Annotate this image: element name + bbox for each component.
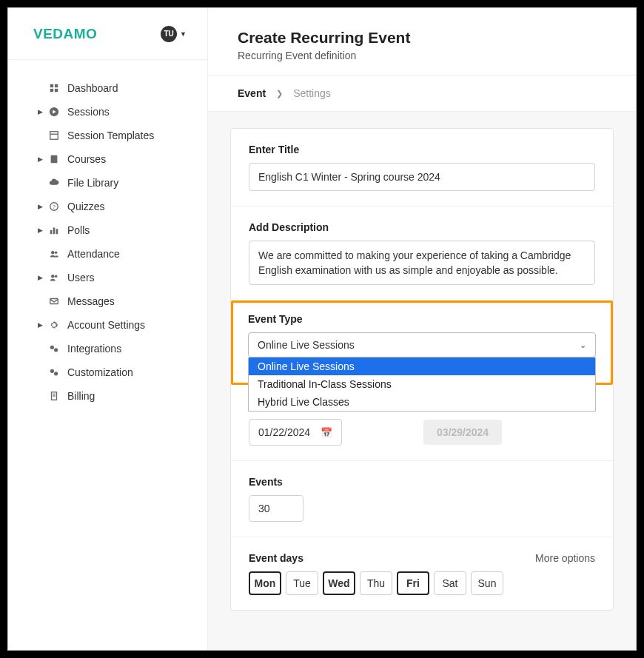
sidebar-item-quizzes[interactable]: ▶ ? Quizzes <box>8 195 207 218</box>
svg-rect-6 <box>50 132 58 140</box>
breadcrumb-step-event[interactable]: Event <box>238 87 266 99</box>
book-icon <box>48 153 60 165</box>
day-buttons: Mon Tue Wed Thu Fri Sat Sun <box>249 571 595 595</box>
sidebar-item-attendance[interactable]: Attendance <box>8 242 207 266</box>
app-frame: VEDAMO TU ▼ Dashboard ▶ Sessions Session… <box>7 7 637 651</box>
sidebar-item-integrations[interactable]: Integrations <box>8 337 207 360</box>
svg-point-17 <box>55 275 58 278</box>
svg-rect-13 <box>56 229 58 234</box>
svg-rect-0 <box>50 84 53 87</box>
sidebar-item-polls[interactable]: ▶ Polls <box>8 218 207 242</box>
nav: Dashboard ▶ Sessions Session Templates ▶… <box>8 60 207 424</box>
sidebar-top: VEDAMO TU ▼ <box>8 8 207 60</box>
day-btn-tue[interactable]: Tue <box>286 571 318 595</box>
sidebar-item-file-library[interactable]: File Library <box>8 171 207 195</box>
dropdown-option-traditional[interactable]: Traditional In-Class Sessions <box>249 375 595 393</box>
highlight-box: Event Type Online Live Sessions ⌄ Online… <box>231 301 613 385</box>
svg-rect-8 <box>51 155 58 164</box>
sidebar-item-label: Billing <box>67 390 95 402</box>
sidebar-item-dashboard[interactable]: Dashboard <box>8 76 207 100</box>
page-subtitle: Recurring Event definition <box>238 50 606 61</box>
sidebar-item-label: Session Templates <box>67 130 154 141</box>
user-menu[interactable]: TU ▼ <box>161 26 187 42</box>
svg-rect-18 <box>50 299 58 304</box>
svg-rect-3 <box>55 89 58 92</box>
sidebar-item-label: Dashboard <box>67 82 118 94</box>
title-section: Enter Title <box>231 129 613 207</box>
start-date-value: 01/22/2024 <box>258 426 310 438</box>
svg-point-19 <box>50 346 54 349</box>
breadcrumb-step-settings: Settings <box>293 87 331 99</box>
day-btn-wed[interactable]: Wed <box>323 571 355 595</box>
template-icon <box>48 130 60 141</box>
sidebar-item-courses[interactable]: ▶ Courses <box>8 147 207 171</box>
event-type-select[interactable]: Online Live Sessions ⌄ Online Live Sessi… <box>248 332 596 357</box>
events-count-input[interactable] <box>249 495 303 522</box>
svg-point-20 <box>54 348 58 352</box>
events-count-section: Events <box>231 461 613 537</box>
form-card: Enter Title Add Description We are commi… <box>230 128 614 611</box>
sidebar-item-billing[interactable]: Billing <box>8 384 207 408</box>
dashboard-icon <box>48 82 60 94</box>
sidebar-item-users[interactable]: ▶ Users <box>8 266 207 289</box>
sidebar-item-customization[interactable]: Customization <box>8 360 207 384</box>
main: Create Recurring Event Recurring Event d… <box>208 8 636 650</box>
chevron-right-icon: ▶ <box>38 274 43 281</box>
svg-text:?: ? <box>53 204 56 209</box>
events-label: Events <box>249 476 595 488</box>
calendar-icon: 📅 <box>321 427 332 438</box>
content-area: Enter Title Add Description We are commi… <box>208 112 636 650</box>
sidebar-item-account-settings[interactable]: ▶ Account Settings <box>8 313 207 337</box>
receipt-icon <box>48 390 60 402</box>
more-options-link[interactable]: More options <box>535 552 595 564</box>
sidebar-item-label: File Library <box>67 177 118 189</box>
sidebar-item-label: Quizzes <box>67 201 105 212</box>
chevron-right-icon: ▶ <box>38 155 43 163</box>
chevron-right-icon: ❯ <box>276 89 283 98</box>
dropdown-option-online[interactable]: Online Live Sessions <box>249 357 595 375</box>
chevron-right-icon: ▶ <box>38 108 43 115</box>
gear-icon <box>48 319 60 331</box>
sidebar-item-label: Attendance <box>67 248 120 260</box>
svg-point-22 <box>54 372 58 375</box>
sidebar-item-messages[interactable]: Messages <box>8 289 207 313</box>
avatar: TU <box>161 26 177 42</box>
brand-logo: VEDAMO <box>33 26 97 42</box>
svg-rect-1 <box>55 84 58 87</box>
event-days-section: Event days More options Mon Tue Wed Thu … <box>231 537 613 610</box>
svg-rect-11 <box>50 230 53 234</box>
end-date-display: 03/29/2024 <box>423 420 502 445</box>
dropdown-list: Online Live Sessions Traditional In-Clas… <box>248 357 596 412</box>
title-label: Enter Title <box>249 144 595 155</box>
cloud-icon <box>48 177 60 189</box>
users-icon <box>48 272 60 283</box>
sidebar-item-sessions[interactable]: ▶ Sessions <box>8 100 207 124</box>
chevron-right-icon: ▶ <box>38 321 43 329</box>
dropdown-option-hybrid[interactable]: Hybrid Live Classes <box>249 393 595 411</box>
title-input[interactable] <box>249 163 595 191</box>
chevron-down-icon: ⌄ <box>580 340 586 350</box>
event-days-label: Event days <box>249 552 303 564</box>
day-btn-mon[interactable]: Mon <box>249 571 281 595</box>
bar-chart-icon <box>48 224 60 236</box>
sidebar-item-label: Account Settings <box>67 319 145 331</box>
day-btn-sun[interactable]: Sun <box>471 571 503 595</box>
event-type-section: Event Type Online Live Sessions ⌄ Online… <box>231 301 613 385</box>
day-btn-thu[interactable]: Thu <box>360 571 392 595</box>
sidebar-item-session-templates[interactable]: Session Templates <box>8 124 207 147</box>
gears-icon <box>48 343 60 355</box>
svg-point-15 <box>55 252 58 255</box>
sidebar-item-label: Customization <box>67 366 133 378</box>
description-input[interactable]: We are committed to making your experien… <box>249 241 595 285</box>
day-btn-fri[interactable]: Fri <box>397 571 429 595</box>
sidebar-item-label: Messages <box>67 295 115 307</box>
svg-rect-2 <box>50 89 53 92</box>
page-title: Create Recurring Event <box>238 29 606 47</box>
svg-rect-12 <box>53 228 56 235</box>
days-header-row: Event days More options <box>249 552 595 564</box>
sidebar-item-label: Sessions <box>67 106 110 118</box>
select-display[interactable]: Online Live Sessions ⌄ <box>248 332 596 357</box>
start-date-input[interactable]: 01/22/2024 📅 <box>249 419 342 446</box>
sidebar-item-label: Polls <box>67 224 90 236</box>
day-btn-sat[interactable]: Sat <box>434 571 466 595</box>
